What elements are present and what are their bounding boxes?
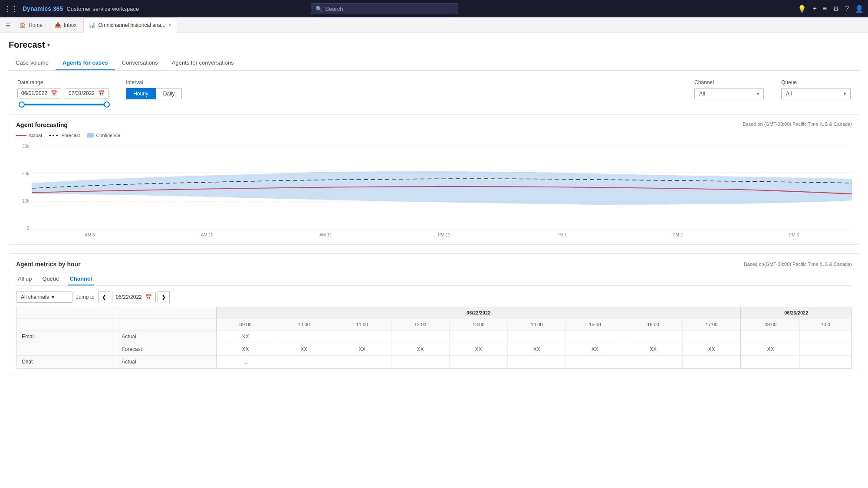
search-input[interactable] [325,6,454,12]
tab-close-icon[interactable]: ✕ [168,23,171,27]
cell-chat-actual-v5 [508,356,566,368]
legend-forecast: Forecast [49,133,80,138]
cell-email-actual-v0: XX [216,331,275,343]
end-date-value: 07/31/2022 [69,90,95,96]
filter-icon[interactable]: ≡ [823,5,827,13]
account-icon[interactable]: 👤 [855,5,864,13]
cell-email-forecast-v7: XX [624,343,682,356]
th-time-1200: 12:00 [391,319,449,331]
th-time-1600: 16:00 [624,319,682,331]
tab-conversations[interactable]: Conversations [115,56,165,70]
legend-confidence: Confidence [87,133,120,138]
main-content: Forecast ▾ Case volume Agents for cases … [0,33,868,488]
x-label-am11: AM 11 [319,233,332,237]
tab-all-up[interactable]: All up [16,273,34,285]
tab-omni-label: Omnichannel historical ana... [98,22,165,28]
app-name: Customer service workspace [66,6,139,12]
channel-label: Channel [694,79,764,85]
cell-email-forecast-v2: XX [333,343,391,356]
cell-chat-actual-v10 [800,356,852,368]
filters-row: Date range 06/01/2022 📅 07/31/2022 📅 Int… [9,79,859,99]
y-label-30k: 30k [16,144,29,149]
tab-queue[interactable]: Queue [41,273,61,285]
cell-chat-actual-v8 [682,356,741,368]
help-lightbulb-icon[interactable]: 💡 [798,5,806,13]
all-channels-selector[interactable]: All channels ▾ [16,291,72,303]
cell-email-forecast-v6: XX [566,343,624,356]
channel-value: All [699,91,753,97]
channel-select[interactable]: All ▾ [694,88,764,99]
channel-dropdown-arrow: ▾ [757,92,759,96]
cell-email-forecast-v3: XX [391,343,449,356]
x-label-am5: AM 5 [85,233,95,237]
page-title-dropdown[interactable]: ▾ [47,42,50,48]
add-icon[interactable]: + [812,5,816,13]
metrics-header: Agent metrics by hour Based on(GMT-08:00… [16,261,852,268]
tab-channel[interactable]: Channel [68,273,94,285]
th-date-0623: 06/23/2022 [741,307,851,319]
waffle-icon[interactable]: ⋮⋮ [4,5,18,13]
cell-email-actual-v3 [391,331,449,343]
search-icon: 🔍 [316,6,322,12]
x-label-pm12: PM 12 [438,233,450,237]
cell-email-actual-v1 [275,331,333,343]
cell-email-forecast-v5: XX [508,343,566,356]
y-axis: 30k 20k 10k 0 [16,144,32,231]
date-nav-group: ❮ 06/22/2022 📅 ❯ [98,291,170,303]
interval-buttons: Hourly Daily [126,88,182,99]
cell-chat-actual-type: Actual [116,356,216,368]
inbox-icon: 📥 [55,22,61,28]
queue-select[interactable]: All ▾ [781,88,851,99]
prev-date-button[interactable]: ❮ [98,291,110,303]
date-range-label: Date range [17,79,108,85]
date-range-slider[interactable] [9,104,859,105]
cell-chat-actual-v3 [391,356,449,368]
confidence-band [32,171,852,205]
data-table: 06/22/2022 06/23/2022 09:00 10:00 11:00 … [16,307,852,368]
tab-home[interactable]: 🏠 Home [14,17,48,33]
x-label-am10: AM 10 [201,233,214,237]
legend-forecast-label: Forecast [62,133,80,138]
help-icon[interactable]: ? [845,5,849,13]
nav-icons: 💡 + ≡ ⚙ ? 👤 [798,5,864,13]
start-date-input[interactable]: 06/01/2022 📅 [17,88,61,98]
tab-omnichannel[interactable]: 📊 Omnichannel historical ana... ✕ [83,17,177,33]
date-range-inputs: 06/01/2022 📅 07/31/2022 📅 [17,88,108,98]
y-label-20k: 20k [16,171,29,176]
end-date-input[interactable]: 07/31/2022 📅 [65,88,108,98]
cell-email-forecast-v4: XX [450,343,508,356]
cell-email-actual-v7 [624,331,682,343]
y-label-0: 0 [16,226,29,231]
tab-inbox[interactable]: 📥 Inbox [49,17,82,33]
th-type-col [116,319,216,331]
tab-agents-for-conversations[interactable]: Agents for conversations [165,56,241,70]
cell-email-forecast-type: Forecast [116,343,216,356]
chart-wrapper: 30k 20k 10k 0 [16,144,852,237]
tab-case-volume[interactable]: Case volume [9,56,56,70]
next-date-button[interactable]: ❯ [158,291,170,303]
th-date-0622: 06/22/2022 [216,307,741,319]
cell-email-actual-v4 [450,331,508,343]
start-date-value: 06/01/2022 [21,90,47,96]
brand-area: Dynamics 365 Customer service workspace [23,5,139,12]
jump-to-date-input[interactable]: 06/22/2022 📅 [112,292,156,302]
tab-agents-for-cases[interactable]: Agents for cases [56,56,115,70]
settings-icon[interactable]: ⚙ [833,5,839,13]
confidence-box-icon [87,133,94,138]
search-bar[interactable]: 🔍 [311,3,458,14]
hamburger-button[interactable]: ☰ [3,20,13,30]
cell-email-channel: Email [16,331,116,343]
slider-thumb-left[interactable] [19,102,25,108]
th-empty-type [116,307,216,319]
cell-email-actual-v5 [508,331,566,343]
end-calendar-icon: 📅 [98,90,105,96]
hourly-button[interactable]: Hourly [126,88,156,99]
daily-button[interactable]: Daily [156,88,182,99]
metrics-tabs: All up Queue Channel [16,273,852,286]
th-time-1700: 17:00 [682,319,741,331]
cell-email-actual-v8 [682,331,741,343]
cell-email-actual-v9 [741,331,799,343]
slider-thumb-right[interactable] [104,102,110,108]
interval-label: Interval [126,79,182,85]
cell-email-forecast-v0: XX [216,343,275,356]
